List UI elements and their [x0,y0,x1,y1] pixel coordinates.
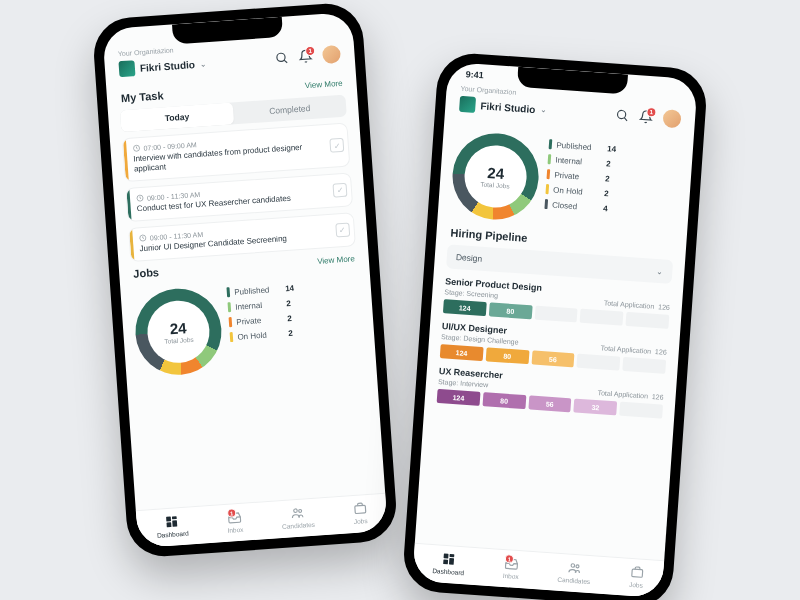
task-item[interactable]: 07:00 - 09:00 AM Interview with candidat… [122,122,351,182]
org-logo-icon [459,96,476,113]
bell-icon[interactable]: 1 [298,49,313,64]
pipeline-segment: 80 [482,392,526,409]
legend-swatch [548,154,551,164]
avatar[interactable] [662,109,681,128]
svg-rect-11 [354,505,365,513]
jobs-donut-chart: 24 Total Jobs [133,286,225,378]
svg-rect-16 [449,558,454,565]
pipeline-segment: 124 [437,389,481,406]
search-icon[interactable] [615,108,630,123]
my-task-view-more[interactable]: View More [305,78,343,90]
task-checkbox[interactable]: ✓ [329,138,344,153]
pipeline-job[interactable]: UI/UX Designer Stage: Design Challenge T… [440,321,668,374]
svg-rect-7 [173,520,178,527]
jobs-legend: Published 14 Internal 2 Private 2 On Hol… [226,281,299,371]
nav-candidates-label: Candidates [282,521,315,530]
clock-icon [132,144,141,153]
pipeline-stage: Stage: Interview [438,378,489,388]
nav-candidates[interactable]: Candidates [557,560,591,585]
svg-rect-17 [443,559,448,564]
phone-mock-left: Your Organitazion Fikri Studio ⌄ 1 [91,1,398,559]
clock-icon [139,234,148,243]
donut-label: Total Jobs [480,180,510,189]
pipeline-segment: 80 [485,347,529,364]
pipeline-segment-empty [577,354,621,371]
svg-rect-6 [172,516,177,519]
pipeline-job[interactable]: Senior Product Design Stage: Screening T… [443,276,671,329]
nav-dashboard[interactable]: Dashboard [432,551,465,576]
legend-row: Published 14 [226,283,294,298]
nav-jobs[interactable]: Jobs [352,501,368,525]
legend-value: 2 [287,313,292,322]
screen-right: 9:41 Your Organitazion Fikri Studio ⌄ 1 [412,62,698,598]
legend-value: 4 [603,204,608,213]
donut-total: 24 [169,319,187,337]
pipeline-title: Hiring Pipeline [450,226,528,243]
bottom-nav: Dashboard 1 Inbox Candidates Jobs [136,493,388,548]
chevron-down-icon: ⌄ [199,59,207,68]
pipeline-segment: 80 [489,302,533,319]
nav-inbox-label: Inbox [227,526,243,534]
jobs-view-more[interactable]: View More [317,254,355,266]
pipeline-segment-empty [534,306,578,323]
jobs-legend: Published 14 Internal 2 Private 2 On Hol… [543,137,616,227]
org-logo-icon [118,60,135,77]
nav-inbox-label: Inbox [503,572,519,580]
nav-candidates-label: Candidates [557,576,590,585]
legend-swatch [544,199,547,209]
pipeline-segment: 56 [528,395,572,412]
legend-swatch [229,317,232,327]
org-switcher[interactable]: Fikri Studio ⌄ [459,96,548,118]
svg-point-9 [294,509,298,513]
legend-value: 2 [606,159,611,168]
notification-badge: 1 [646,107,657,118]
svg-rect-5 [166,516,171,521]
nav-jobs-label: Jobs [354,517,368,525]
nav-candidates[interactable]: Candidates [281,505,315,530]
task-checkbox[interactable]: ✓ [335,223,350,238]
bell-icon[interactable]: 1 [639,109,654,124]
svg-point-18 [571,564,575,568]
nav-jobs[interactable]: Jobs [629,565,645,589]
legend-value: 2 [286,298,291,307]
legend-swatch [547,169,550,179]
legend-swatch [226,287,229,297]
tab-today[interactable]: Today [120,102,234,132]
pipeline-filter-value: Design [456,252,483,264]
legend-label: Closed [552,200,599,212]
pipeline-stage: Stage: Screening [444,288,498,299]
search-icon[interactable] [274,50,289,65]
screen-left: Your Organitazion Fikri Studio ⌄ 1 [102,12,388,548]
nav-dashboard[interactable]: Dashboard [156,514,189,539]
legend-value: 2 [605,174,610,183]
phone-mock-right: 9:41 Your Organitazion Fikri Studio ⌄ 1 [401,51,708,600]
nav-inbox[interactable]: 1 Inbox [503,556,520,580]
legend-label: Internal [235,299,282,311]
legend-label: On Hold [237,329,284,341]
legend-row: Internal 2 [228,298,296,313]
org-name: Fikri Studio [480,100,536,115]
pipeline-segment-empty [619,402,663,419]
tab-completed[interactable]: Completed [233,95,347,125]
legend-value: 14 [285,283,295,293]
legend-row: Private 2 [547,169,615,184]
pipeline-segment: 32 [574,399,618,416]
legend-label: Published [556,140,603,152]
legend-value: 14 [607,144,617,154]
nav-inbox[interactable]: 1 Inbox [226,510,243,534]
legend-row: Internal 2 [548,154,616,169]
clock-icon [136,194,145,203]
org-name: Fikri Studio [140,58,196,73]
legend-row: On Hold 2 [545,184,613,199]
avatar[interactable] [322,45,341,64]
svg-rect-8 [167,522,172,527]
nav-dashboard-label: Dashboard [432,567,464,576]
legend-swatch [228,302,231,312]
my-task-title: My Task [121,89,164,104]
chevron-down-icon: ⌄ [656,266,664,275]
legend-value: 2 [288,328,293,337]
org-switcher[interactable]: Fikri Studio ⌄ [118,55,207,77]
svg-line-1 [284,60,287,63]
task-checkbox[interactable]: ✓ [332,183,347,198]
pipeline-job[interactable]: UX Reasercher Stage: Interview Total App… [437,366,665,419]
